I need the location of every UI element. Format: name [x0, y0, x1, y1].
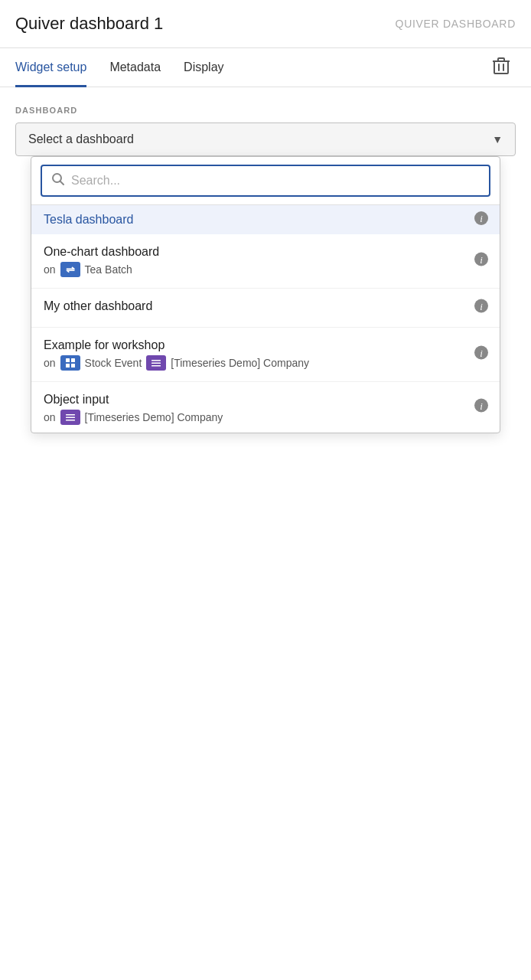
info-icon[interactable]: i [474, 299, 489, 318]
tab-metadata[interactable]: Metadata [109, 48, 161, 87]
source-name-obj: [Timeseries Demo] Company [85, 411, 223, 423]
item-name: One-chart dashboard [44, 245, 487, 259]
search-icon [51, 172, 65, 189]
list-item[interactable]: One-chart dashboard on ⇌ Tea Batch i [31, 234, 500, 289]
svg-rect-13 [66, 364, 70, 368]
source-badge-timeseries [146, 355, 166, 371]
item-source: on Stock Event [44, 355, 487, 371]
section-label: DASHBOARD [15, 106, 516, 115]
dropdown-placeholder: Select a dashboard [28, 132, 134, 146]
info-icon[interactable]: i [474, 211, 489, 229]
svg-rect-15 [151, 360, 161, 361]
source-on-label: on [44, 411, 56, 423]
svg-rect-14 [71, 364, 75, 368]
info-icon[interactable]: i [474, 252, 489, 271]
svg-rect-0 [494, 61, 508, 74]
svg-rect-20 [66, 414, 75, 416]
search-input[interactable] [71, 174, 480, 188]
source-badge-grid [60, 355, 80, 371]
svg-rect-22 [66, 420, 75, 421]
content-area: DASHBOARD Select a dashboard ▼ [0, 87, 531, 175]
source-on-label: on [44, 357, 56, 369]
svg-rect-11 [66, 358, 70, 362]
svg-text:i: i [480, 213, 483, 224]
caret-down-icon: ▼ [492, 133, 503, 145]
svg-text:i: i [480, 400, 483, 412]
header: Quiver dashboard 1 QUIVER DASHBOARD [0, 0, 531, 48]
tab-display[interactable]: Display [184, 48, 223, 87]
list-item[interactable]: Example for workshop on Stock Event [31, 328, 500, 382]
svg-text:i: i [480, 348, 483, 359]
tabs-bar: Widget setup Metadata Display [0, 48, 531, 87]
svg-rect-21 [66, 417, 75, 419]
item-name: Example for workshop [44, 338, 487, 352]
svg-text:i: i [480, 301, 483, 312]
item-source: on ⇌ Tea Batch [44, 262, 487, 277]
page-title: Quiver dashboard 1 [15, 14, 163, 34]
tab-widget-setup[interactable]: Widget setup [15, 48, 86, 87]
delete-button[interactable] [487, 51, 516, 85]
svg-line-4 [60, 181, 64, 185]
svg-text:i: i [480, 254, 483, 266]
search-box [41, 165, 490, 197]
svg-rect-12 [71, 358, 75, 362]
source-on-label: on [44, 263, 56, 276]
svg-rect-17 [151, 365, 161, 367]
page-subtitle: QUIVER DASHBOARD [396, 18, 516, 30]
source-badge-timeseries2 [60, 410, 80, 425]
search-wrap [31, 157, 500, 205]
item-source: on [Timeseries Demo] Company [44, 410, 487, 425]
trash-icon [493, 57, 510, 75]
item-name: My other dashboard [44, 299, 487, 313]
source-name: Tea Batch [85, 263, 132, 276]
list-item[interactable]: Object input on [Timeseries Demo] Compan… [31, 382, 500, 433]
info-icon[interactable]: i [474, 345, 489, 364]
info-icon[interactable]: i [474, 398, 489, 417]
dashboard-dropdown-trigger[interactable]: Select a dashboard ▼ [15, 122, 516, 156]
list-item[interactable]: My other dashboard i [31, 289, 500, 328]
svg-rect-16 [151, 363, 161, 364]
source-badge-arrows: ⇌ [60, 262, 80, 277]
source-name-timeseries: [Timeseries Demo] Company [171, 357, 309, 369]
item-name: Tesla dashboard [44, 213, 133, 226]
source-name-stock: Stock Event [85, 357, 142, 369]
item-name: Object input [44, 393, 487, 407]
list-item[interactable]: Tesla dashboard i [31, 205, 500, 234]
